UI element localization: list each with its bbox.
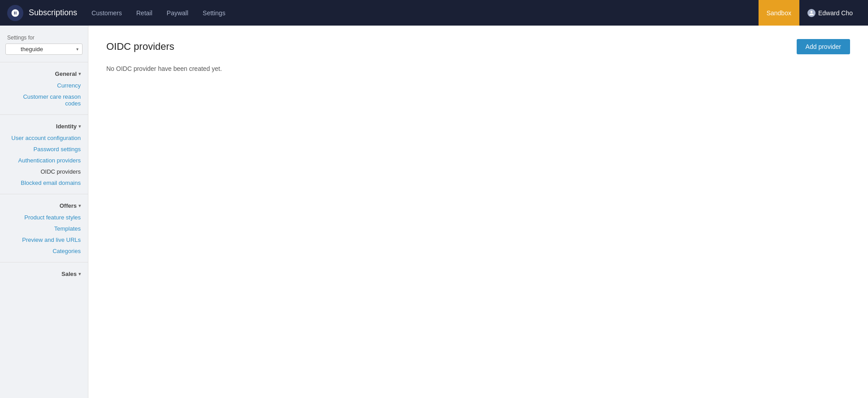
top-navigation: Subscriptions Customers Retail Paywall S…: [0, 0, 868, 26]
add-provider-button[interactable]: Add provider: [797, 39, 850, 54]
page-header: OIDC providers Add provider: [106, 39, 850, 54]
sidebar-item-blocked-email-domains[interactable]: Blocked email domains: [0, 177, 88, 188]
divider-4: [0, 262, 88, 262]
general-section-label: General: [55, 70, 77, 77]
sidebar-section-sales[interactable]: Sales ▾: [0, 268, 88, 280]
sidebar-item-authentication-providers[interactable]: Authentication providers: [0, 155, 88, 166]
settings-for-label: Settings for: [0, 35, 88, 41]
sidebar-item-categories[interactable]: Categories: [0, 245, 88, 257]
sidebar-item-currency[interactable]: Currency: [0, 80, 88, 91]
main-layout: Settings for theguide ▾ General ▾ Curren…: [0, 26, 868, 398]
app-logo[interactable]: [7, 5, 23, 21]
empty-state-message: No OIDC provider have been created yet.: [106, 65, 850, 72]
sidebar-item-customer-care-reason-codes[interactable]: Customer care reason codes: [0, 91, 88, 109]
user-menu[interactable]: Edward Cho: [799, 0, 861, 26]
sidebar-item-oidc-providers[interactable]: OIDC providers: [0, 166, 88, 177]
sidebar-item-templates[interactable]: Templates: [0, 223, 88, 234]
dropdown-chevron-icon: ▾: [45, 47, 79, 52]
sales-section-label: Sales: [61, 271, 77, 277]
settings-dropdown-value: theguide: [9, 46, 43, 52]
settings-dropdown[interactable]: theguide ▾: [5, 44, 83, 55]
offers-section-label: Offers: [60, 202, 77, 209]
sidebar-item-preview-and-live-urls[interactable]: Preview and live URLs: [0, 234, 88, 245]
sidebar-section-identity[interactable]: Identity ▾: [0, 120, 88, 132]
sandbox-button[interactable]: Sandbox: [759, 0, 799, 26]
sidebar: Settings for theguide ▾ General ▾ Curren…: [0, 26, 88, 398]
user-avatar-icon: [807, 9, 816, 17]
sidebar-section-offers[interactable]: Offers ▾: [0, 200, 88, 212]
nav-settings[interactable]: Settings: [203, 9, 226, 17]
divider-1: [0, 62, 88, 62]
sales-chevron-icon: ▾: [79, 271, 81, 276]
page-title: OIDC providers: [106, 41, 174, 52]
sidebar-item-user-account-configuration[interactable]: User account configuration: [0, 132, 88, 144]
main-content: OIDC providers Add provider No OIDC prov…: [88, 26, 868, 398]
offers-chevron-icon: ▾: [79, 203, 81, 208]
general-chevron-icon: ▾: [79, 71, 81, 76]
top-right-actions: Sandbox Edward Cho: [759, 0, 861, 26]
sidebar-item-password-settings[interactable]: Password settings: [0, 144, 88, 155]
nav-customers[interactable]: Customers: [92, 9, 122, 17]
divider-2: [0, 114, 88, 115]
divider-3: [0, 194, 88, 194]
app-title: Subscriptions: [29, 8, 77, 17]
sidebar-item-product-feature-styles[interactable]: Product feature styles: [0, 212, 88, 223]
identity-section-label: Identity: [56, 123, 77, 130]
sidebar-section-general[interactable]: General ▾: [0, 68, 88, 80]
user-name: Edward Cho: [818, 9, 853, 17]
nav-retail[interactable]: Retail: [136, 9, 153, 17]
identity-chevron-icon: ▾: [79, 124, 81, 129]
nav-links: Customers Retail Paywall Settings: [92, 9, 759, 17]
nav-paywall[interactable]: Paywall: [167, 9, 188, 17]
